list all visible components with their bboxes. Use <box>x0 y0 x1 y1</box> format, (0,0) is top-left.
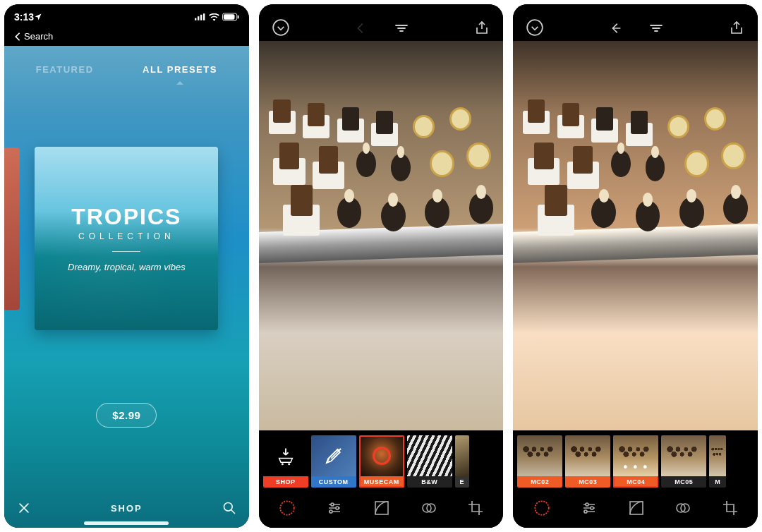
status-time: 3:13 <box>14 11 34 23</box>
svg-rect-6 <box>237 16 238 19</box>
filter-label: CUSTOM <box>311 476 356 488</box>
svg-point-9 <box>281 463 283 465</box>
editor-top-bar <box>259 4 504 41</box>
svg-rect-0 <box>195 18 196 20</box>
chevron-left-icon <box>14 32 21 42</box>
filter-label: SHOP <box>263 476 308 488</box>
svg-point-14 <box>336 507 339 509</box>
tab-all-presets[interactable]: ALL PRESETS <box>137 61 223 78</box>
battery-icon <box>222 13 239 21</box>
tool-crop-icon[interactable] <box>722 500 739 516</box>
dropdown-icon[interactable] <box>526 18 544 37</box>
signal-icon <box>195 13 206 20</box>
menu-icon[interactable] <box>648 20 665 37</box>
svg-rect-5 <box>224 14 235 19</box>
preset-mc03[interactable]: MC03 <box>565 435 610 488</box>
preset-tagline: Dreamy, tropical, warm vibes <box>68 262 186 272</box>
svg-point-23 <box>584 510 587 513</box>
cart-download-icon <box>276 446 296 466</box>
tool-curves-icon[interactable] <box>628 500 645 516</box>
menu-icon[interactable] <box>393 20 410 37</box>
preset-label: M <box>709 476 726 488</box>
tool-presets-icon[interactable] <box>278 499 296 517</box>
tool-presets-icon[interactable] <box>533 499 551 517</box>
svg-point-11 <box>373 448 389 464</box>
filter-custom[interactable]: CUSTOM <box>311 435 356 488</box>
wifi-icon <box>209 13 219 21</box>
tab-featured[interactable]: FEATURED <box>30 61 99 78</box>
preset-mc06[interactable]: M <box>709 435 726 488</box>
shop-tabs: FEATURED ALL PRESETS <box>4 46 249 86</box>
filter-label: E <box>455 476 469 488</box>
home-indicator <box>84 521 169 525</box>
filter-label: MUSECAM <box>359 476 404 488</box>
editor-tool-bar <box>259 491 504 528</box>
preset-mc04[interactable]: • • • MC04 <box>613 435 658 488</box>
filter-musecam[interactable]: MUSECAM <box>359 435 404 488</box>
preset-card-tropics[interactable]: TROPICS COLLECTION Dreamy, tropical, war… <box>35 147 218 330</box>
ring-icon <box>370 444 394 468</box>
share-icon[interactable] <box>728 20 745 37</box>
svg-rect-1 <box>198 16 199 20</box>
preset-title: TROPICS <box>71 204 181 230</box>
tool-sliders-icon[interactable] <box>581 500 598 516</box>
price-button[interactable]: $2.99 <box>96 403 157 428</box>
tool-curves-icon[interactable] <box>373 500 390 516</box>
filter-preset-strip[interactable]: MC02 MC03 • • • MC04 MC05 M <box>513 430 758 491</box>
svg-rect-3 <box>203 13 205 20</box>
brush-icon <box>323 445 344 466</box>
svg-point-21 <box>586 503 588 506</box>
tool-sliders-icon[interactable] <box>326 500 343 516</box>
preset-carousel[interactable]: TROPICS COLLECTION Dreamy, tropical, war… <box>4 86 249 390</box>
shop-label: SHOP <box>111 503 143 514</box>
filter-bw[interactable]: B&W <box>407 435 452 488</box>
svg-point-20 <box>535 501 549 515</box>
filter-category-strip[interactable]: SHOP CUSTOM MUSECAM B&W E <box>259 430 504 491</box>
preset-mc02[interactable]: MC02 <box>517 435 562 488</box>
svg-point-15 <box>329 510 332 513</box>
svg-point-19 <box>528 20 543 35</box>
screen-editor-categories: SHOP CUSTOM MUSECAM B&W E <box>259 4 504 528</box>
dropdown-icon[interactable] <box>272 18 290 37</box>
back-to-search[interactable]: Search <box>4 30 249 46</box>
preset-label: MC02 <box>517 476 562 488</box>
preset-card-prev[interactable] <box>4 147 20 310</box>
tool-overlay-icon[interactable] <box>675 500 691 516</box>
preset-selected-dots: • • • <box>613 435 658 488</box>
preset-label: MC05 <box>661 476 706 488</box>
svg-point-12 <box>280 501 294 515</box>
svg-rect-2 <box>200 15 202 20</box>
photo-canvas[interactable] <box>259 41 504 430</box>
editor-top-bar <box>513 4 758 41</box>
tool-crop-icon[interactable] <box>467 500 484 516</box>
location-icon <box>34 13 42 21</box>
svg-point-22 <box>591 507 593 509</box>
filter-extra[interactable]: E <box>455 435 469 488</box>
shop-main: FEATURED ALL PRESETS TROPICS COLLECTION … <box>4 46 249 528</box>
editor-tool-bar <box>513 491 758 528</box>
svg-point-10 <box>288 463 290 465</box>
back-label: Search <box>24 31 53 42</box>
close-icon[interactable] <box>17 501 31 515</box>
preset-label: MC03 <box>565 476 610 488</box>
preset-subtitle: COLLECTION <box>78 231 175 241</box>
status-right <box>195 13 239 21</box>
svg-point-13 <box>331 503 334 506</box>
back-icon <box>353 20 369 36</box>
screen-shop: 3:13 Search FEATURED ALL PRESETS TROPICS… <box>4 4 249 528</box>
preset-mc05[interactable]: MC05 <box>661 435 706 488</box>
svg-point-8 <box>273 20 289 35</box>
photo-canvas[interactable] <box>513 41 758 430</box>
filter-shop[interactable]: SHOP <box>263 435 308 488</box>
tool-overlay-icon[interactable] <box>421 500 437 516</box>
status-bar: 3:13 <box>4 4 249 30</box>
back-icon[interactable] <box>608 20 624 36</box>
filter-label: B&W <box>407 476 452 488</box>
screen-editor-presets: MC02 MC03 • • • MC04 MC05 M <box>513 4 758 528</box>
divider <box>112 251 140 252</box>
search-icon[interactable] <box>222 501 236 515</box>
share-icon[interactable] <box>473 20 490 37</box>
